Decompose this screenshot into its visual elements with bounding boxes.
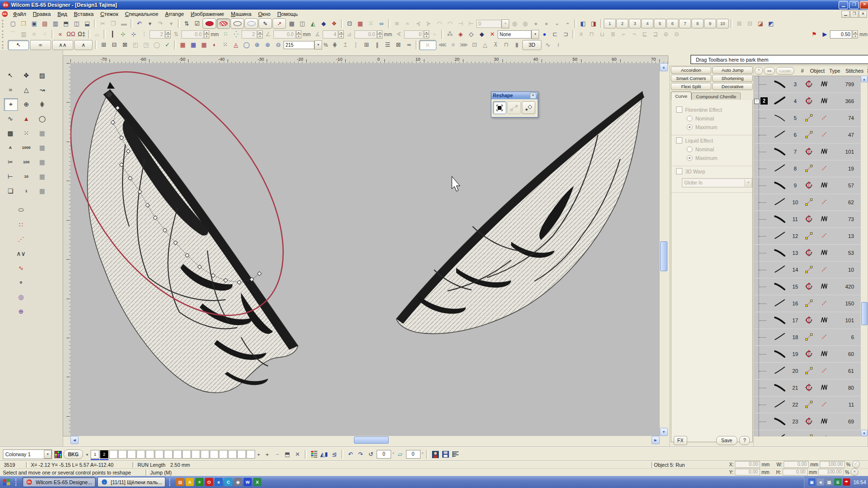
save-icon[interactable]: ▣	[29, 19, 40, 28]
color-swatch-empty[interactable]	[146, 450, 154, 459]
floppy-icon[interactable]	[441, 450, 450, 459]
hook1-icon[interactable]: ⊰	[413, 19, 423, 28]
tray-volume-icon[interactable]: ◄	[817, 478, 824, 486]
mound1-icon[interactable]: ◠	[434, 19, 445, 28]
tick-marks-tool[interactable]: ∷	[14, 219, 27, 230]
menu-item-Изображение[interactable]: Изображение	[187, 11, 227, 17]
manual-stitch-button[interactable]: ✎	[258, 18, 272, 29]
scale-y-field[interactable]: 100.00	[818, 469, 843, 475]
color-grid-icon[interactable]	[54, 450, 62, 459]
mdi-minimize-button[interactable]: ▁	[841, 11, 850, 18]
extra4-icon[interactable]: ◩	[766, 19, 776, 28]
object-row-11[interactable]: 1173	[754, 211, 861, 228]
radio-maximum[interactable]	[687, 155, 692, 161]
hook2-icon[interactable]: ⊱	[423, 19, 434, 28]
w2-icon[interactable]: ≀	[553, 40, 564, 50]
zoom-combo[interactable]: 215	[284, 41, 314, 49]
minimize-button[interactable]: ▁	[839, 1, 848, 9]
cancel-button[interactable]: ✕	[851, 468, 858, 476]
maximize-button[interactable]: ❐	[849, 1, 859, 9]
color-swatch-empty[interactable]	[118, 450, 127, 459]
reshape-object-button[interactable]	[493, 101, 506, 114]
x-field[interactable]: 0.00	[735, 461, 760, 468]
orbit-tool[interactable]: ⚬	[14, 277, 27, 288]
task-button-2[interactable]: ◗[11/11] Щёлкни паль...	[97, 477, 165, 487]
st7-icon[interactable]: ⊠	[393, 40, 404, 50]
radio-maximum[interactable]	[687, 124, 692, 130]
effect-button-shortening[interactable]: Shortening	[712, 75, 753, 82]
effect-button-auto-jump[interactable]: Auto Jump	[712, 66, 753, 74]
m2-icon[interactable]: ◍	[520, 19, 530, 28]
underlay-grid-icon[interactable]: ⌗	[29, 29, 40, 39]
new-icon[interactable]: ▢	[8, 19, 18, 28]
oval-run-tool[interactable]: ⬭	[14, 204, 27, 216]
start-button[interactable]	[2, 478, 12, 487]
obj-scroll-down-icon[interactable]: ▼	[861, 430, 868, 436]
spacing-icon[interactable]: Ω‡	[76, 29, 87, 39]
overlap2-icon[interactable]: ⊟	[109, 40, 120, 50]
pin-left-icon[interactable]: ⊣	[455, 19, 466, 28]
motif-icon[interactable]: ❖	[329, 19, 339, 28]
left-wing[interactable]	[87, 90, 298, 393]
pick-color-icon[interactable]: ✕	[293, 450, 302, 459]
pin-right-icon[interactable]: ⊢	[466, 19, 476, 28]
square3-tool[interactable]: ▦	[36, 156, 49, 168]
object-row-8[interactable]: 819	[754, 160, 861, 177]
w1-icon[interactable]: ∿	[542, 40, 553, 50]
len-100-tool[interactable]: 100	[20, 156, 33, 168]
st6-icon[interactable]: ☰	[382, 40, 393, 50]
zoom-out-icon[interactable]: ⊖	[273, 40, 284, 50]
tat3-icon[interactable]: ▦	[199, 40, 209, 50]
justify-list-icon[interactable]	[451, 450, 460, 459]
mirror-vertical-icon[interactable]: ⊴	[330, 450, 339, 459]
reshape-object-tool[interactable]: ⌖	[4, 98, 18, 111]
tsquare-tool[interactable]: ⊢	[4, 171, 17, 182]
corner1-icon[interactable]: ◰	[130, 40, 141, 50]
object-row-22[interactable]: 2211	[754, 396, 861, 413]
skew-field[interactable]: 0	[406, 450, 420, 459]
reshape-views-tool[interactable]: ∧∧	[52, 40, 73, 50]
machine-function-4-button[interactable]: 4	[641, 19, 653, 28]
morph1-icon[interactable]: ⁂	[445, 29, 455, 39]
slant-icon[interactable]: ⊿	[344, 29, 354, 39]
checkbox-liquid-effect[interactable]	[676, 137, 682, 144]
stop-combo-dropdown-icon[interactable]: ▾	[502, 19, 509, 28]
needle-button[interactable]: ↗	[272, 18, 286, 29]
export-design-icon[interactable]: ▥	[50, 19, 61, 28]
mdi-restore-button[interactable]: ❐	[850, 11, 858, 18]
object-row-15[interactable]: 15420	[754, 278, 861, 295]
color-swatch-empty[interactable]	[173, 450, 182, 459]
scale-x-field[interactable]: 100.00	[820, 461, 845, 468]
alert-tool[interactable]: ▲	[20, 113, 33, 124]
outline-stitch-button[interactable]	[231, 18, 244, 29]
object-row-6[interactable]: 647	[754, 127, 861, 144]
plus-blue-icon[interactable]: ⊹	[128, 29, 139, 39]
play-blue-icon[interactable]: ▶	[819, 29, 830, 39]
density-field[interactable]: 2	[149, 30, 165, 39]
object-row-4[interactable]: −24366	[754, 93, 861, 110]
k2-icon[interactable]: ⌗	[448, 40, 459, 50]
copy-icon[interactable]: ❐	[108, 19, 119, 28]
menu-item-Arrange[interactable]: Arrange	[162, 11, 187, 17]
right-wing[interactable]	[396, 92, 644, 334]
g4-icon[interactable]: ≣	[608, 29, 618, 39]
skew-icon[interactable]: ▱	[396, 450, 405, 459]
satin-stitch-button[interactable]	[217, 18, 230, 29]
tat1-icon[interactable]: ▦	[177, 40, 188, 50]
object-row-23[interactable]: 2369	[754, 413, 861, 430]
m6-icon[interactable]: ◓	[562, 19, 573, 28]
color-swatch-empty[interactable]	[237, 450, 246, 459]
g3-icon[interactable]: ⊔	[597, 29, 608, 39]
toolbar-grip[interactable]	[2, 41, 6, 49]
add-node-button[interactable]	[522, 101, 535, 114]
insert-design-icon[interactable]: ▤	[40, 19, 50, 28]
quick-1-icon[interactable]: ▨	[176, 478, 184, 486]
color-swatch-empty[interactable]	[109, 450, 118, 459]
st3-icon[interactable]: ⋮	[351, 40, 361, 50]
st8-icon[interactable]: ≂	[404, 40, 414, 50]
angle-field-spinner[interactable]: ▲▼	[377, 30, 382, 39]
effect-button-smart-corners[interactable]: Smart Corners	[671, 75, 711, 82]
wave1-icon[interactable]: ≋	[392, 19, 402, 28]
m4-icon[interactable]: ●	[541, 19, 552, 28]
g1-icon[interactable]: ≡	[576, 29, 586, 39]
